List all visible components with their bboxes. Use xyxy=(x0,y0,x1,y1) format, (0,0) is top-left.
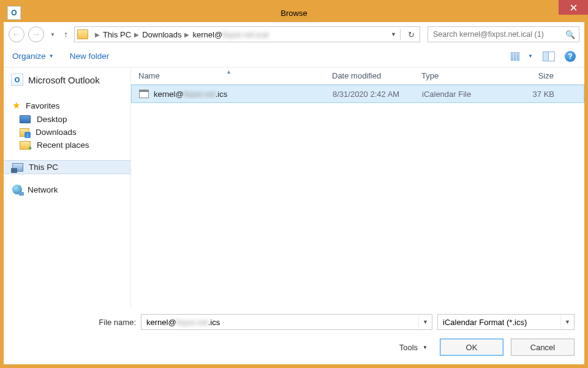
file-date-cell: 8/31/2020 2:42 AM xyxy=(325,90,415,99)
arrow-left-icon: ← xyxy=(12,29,21,40)
address-dropdown[interactable]: ▼ xyxy=(391,31,396,37)
search-input[interactable] xyxy=(428,30,579,39)
column-header-type[interactable]: Type xyxy=(414,67,505,84)
forward-button[interactable]: → xyxy=(28,26,44,42)
arrow-right-icon: → xyxy=(31,29,41,40)
calendar-file-icon xyxy=(139,90,149,98)
navigation-bar: ← → ▼ ↑ ▶ This PC ▶ Downloads ▶ kernel@f… xyxy=(4,22,584,45)
filetype-filter[interactable]: iCalendar Format (*.ics) ▼ xyxy=(437,314,575,330)
view-icon xyxy=(511,52,524,61)
new-folder-button[interactable]: New folder xyxy=(70,52,110,61)
star-icon: ★ xyxy=(12,100,20,111)
help-button[interactable]: ? xyxy=(565,51,576,62)
help-icon: ? xyxy=(568,52,572,61)
recent-places-icon xyxy=(20,141,31,150)
ok-button[interactable]: OK xyxy=(440,339,503,356)
sidebar-item-downloads[interactable]: Downloads xyxy=(4,126,130,139)
chevron-down-icon: ▼ xyxy=(528,53,533,59)
chevron-down-icon: ▼ xyxy=(565,319,570,325)
chevron-right-icon: ▶ xyxy=(131,31,142,38)
filename-dropdown[interactable]: ▼ xyxy=(418,315,432,329)
sidebar-item-recent-places[interactable]: Recent places xyxy=(4,139,130,151)
refresh-button[interactable]: ↻ xyxy=(404,30,418,39)
navigation-sidebar: O Microsoft Outlook ★ Favorites Desktop … xyxy=(4,67,131,342)
breadcrumb-folder[interactable]: kernel@fixpst.net.ical xyxy=(192,30,268,39)
column-header-date[interactable]: Date modified xyxy=(325,67,414,84)
sidebar-item-desktop[interactable]: Desktop xyxy=(4,113,130,126)
refresh-icon: ↻ xyxy=(408,30,415,39)
search-icon[interactable]: 🔍 xyxy=(565,30,575,39)
chevron-right-icon: ▶ xyxy=(92,31,103,38)
window-title: Browse xyxy=(4,9,584,18)
search-box[interactable]: 🔍 xyxy=(428,26,579,42)
arrow-up-icon: ↑ xyxy=(64,29,68,39)
sidebar-item-outlook[interactable]: O Microsoft Outlook xyxy=(4,71,130,90)
title-bar: O Browse xyxy=(4,4,584,22)
close-button[interactable] xyxy=(559,0,588,15)
sidebar-item-network[interactable]: Network xyxy=(4,183,130,196)
address-bar[interactable]: ▶ This PC ▶ Downloads ▶ kernel@fixpst.ne… xyxy=(74,26,420,42)
filename-input[interactable]: kernel@fixpst.net.ics ▼ xyxy=(141,314,432,330)
tools-menu[interactable]: Tools ▼ xyxy=(399,343,428,352)
up-button[interactable]: ↑ xyxy=(61,29,70,39)
filename-label: File name: xyxy=(13,318,136,327)
close-icon xyxy=(570,4,577,11)
network-icon xyxy=(12,185,22,194)
file-list: Name ▲ Date modified Type Size kernel@fi… xyxy=(131,67,584,342)
downloads-icon xyxy=(20,128,29,137)
file-size-cell: 37 KB xyxy=(505,90,564,99)
sidebar-item-this-pc[interactable]: This PC xyxy=(4,160,130,174)
outlook-icon: O xyxy=(11,74,23,86)
file-name-cell: kernel@fixpst.net.ics xyxy=(132,90,325,99)
column-header-size[interactable]: Size xyxy=(505,67,564,84)
desktop-icon xyxy=(20,115,31,123)
history-dropdown[interactable]: ▼ xyxy=(48,32,58,37)
preview-pane-button[interactable] xyxy=(543,52,555,61)
filter-dropdown[interactable]: ▼ xyxy=(560,315,574,329)
pc-icon xyxy=(12,163,23,172)
chevron-down-icon: ▼ xyxy=(49,53,54,59)
chevron-down-icon: ▼ xyxy=(423,345,428,350)
organize-menu[interactable]: Organize ▼ xyxy=(12,52,54,61)
breadcrumb-this-pc[interactable]: This PC xyxy=(103,30,131,39)
sidebar-group-favorites[interactable]: ★ Favorites xyxy=(4,98,130,113)
breadcrumb-downloads[interactable]: Downloads xyxy=(142,30,181,39)
column-header-name[interactable]: Name ▲ xyxy=(131,67,325,84)
cancel-button[interactable]: Cancel xyxy=(511,339,575,356)
toolbar: Organize ▼ New folder ▼ ? xyxy=(4,45,584,67)
file-type-cell: iCalendar File xyxy=(415,90,505,99)
column-headers: Name ▲ Date modified Type Size xyxy=(131,67,584,85)
file-row[interactable]: kernel@fixpst.net.ics 8/31/2020 2:42 AM … xyxy=(131,85,584,103)
view-mode-button[interactable]: ▼ xyxy=(511,52,533,61)
chevron-down-icon: ▼ xyxy=(423,319,428,325)
folder-icon xyxy=(77,29,88,39)
back-button[interactable]: ← xyxy=(9,26,24,42)
chevron-right-icon: ▶ xyxy=(181,31,192,38)
sort-ascending-icon: ▲ xyxy=(226,69,232,75)
